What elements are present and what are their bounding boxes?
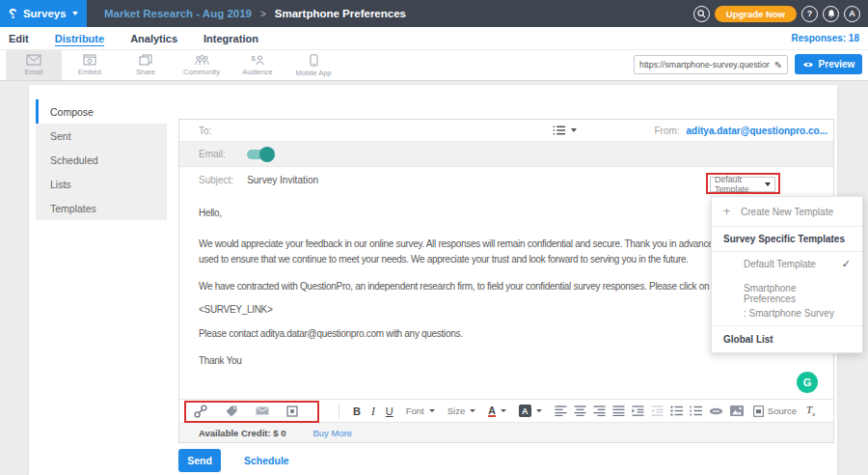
email-toggle-switch[interactable] [247,150,273,159]
list-icon [553,126,565,135]
survey-nav-tabs: Edit Distribute Analytics Integration Re… [0,27,868,50]
toolbar-divider [339,404,339,418]
survey-url-field[interactable]: https://smartphone-survey.questionpro ✎ [634,55,788,74]
decrease-indent-button[interactable] [651,405,664,416]
tab-analytics[interactable]: Analytics [130,33,177,44]
breadcrumb-folder[interactable]: Market Research - Aug 2019 [104,8,252,19]
toggle-knob [259,147,275,162]
chain-link-icon [194,405,207,418]
surveys-product-menu[interactable]: ? Surveys [0,0,87,27]
sidebar-item-compose[interactable]: Compose [36,99,167,124]
link-oval-icon [709,407,723,415]
upgrade-now-button[interactable]: Upgrade Now [715,6,797,22]
template-selector-dropdown[interactable]: Default Template [710,177,775,192]
insert-survey-link-button[interactable] [194,405,207,418]
channel-embed[interactable]: Embed [62,50,118,80]
justify-icon [612,405,625,416]
body-line: Thank You [199,353,814,369]
help-button[interactable]: ? [801,6,818,22]
edit-url-pencil-icon[interactable]: ✎ [770,60,787,70]
chevron-down-icon [571,128,577,132]
hyperlink-button[interactable] [709,407,723,415]
default-template-item[interactable]: Default Template ✓ [712,252,862,276]
mobile-phone-icon [310,54,318,67]
chevron-down-icon [536,409,542,412]
send-button[interactable]: Send [178,449,221,472]
from-email-address[interactable]: aditya.datar@questionpro.co... [687,126,827,136]
svg-text:$: $ [251,54,256,63]
smartphone-template-item[interactable]: Smartphone Preferences : Smartphone Surv… [712,276,862,325]
insert-tag-button[interactable] [225,405,238,417]
tag-icon [225,405,238,417]
channel-audience[interactable]: $ Audience [230,50,285,80]
questionpro-app: ? Surveys Market Research - Aug 2019 > S… [0,0,868,475]
channel-mobile-app[interactable]: Mobile App [285,50,341,80]
justify-button[interactable] [612,405,625,416]
text-color-icon: A [488,405,496,417]
bell-icon [827,9,836,19]
sidebar-item-sent[interactable]: Sent [36,124,167,148]
check-icon: ✓ [842,258,851,270]
account-avatar[interactable]: A [844,6,860,22]
buy-more-link[interactable]: Buy More [312,428,352,438]
numbered-list-button[interactable] [690,405,702,416]
survey-url-text: https://smartphone-survey.questionpro [635,60,770,70]
channel-email[interactable]: Email [6,50,62,80]
paid-audience-icon: $ [251,54,265,66]
top-header-bar: ? Surveys Market Research - Aug 2019 > S… [0,0,868,27]
product-label: Surveys [23,8,67,19]
email-toggle-row: Email: [179,142,833,167]
remove-format-button[interactable]: Tx [806,404,815,418]
tab-edit[interactable]: Edit [9,33,29,44]
italic-button[interactable]: I [371,405,375,417]
channel-community[interactable]: Community [174,50,230,80]
align-left-button[interactable] [555,405,567,416]
bold-button[interactable]: B [353,405,361,417]
create-new-template-item[interactable]: + Create New Template [712,197,862,227]
insert-image-button[interactable] [730,405,744,416]
indent-decrease-icon [651,405,664,416]
people-group-icon [195,54,209,66]
underline-button[interactable]: U [386,405,393,417]
source-button[interactable]: Source [753,405,797,417]
grammarly-badge[interactable]: G [797,372,818,393]
image-icon [730,405,744,416]
bullet-list-button[interactable] [670,405,683,416]
tab-distribute[interactable]: Distribute [55,33,104,44]
select-list-button[interactable] [553,126,577,135]
square-in-square-icon [286,405,298,417]
template-dropdown-menu: + Create New Template Survey Specific Te… [711,196,863,353]
subject-input[interactable]: Survey Invitation [247,175,318,185]
sidebar-item-scheduled[interactable]: Scheduled [36,148,167,172]
indent-increase-icon [632,405,644,416]
preview-button[interactable]: Preview [795,54,862,74]
schedule-link[interactable]: Schedule [244,455,289,466]
credit-bar: Available Credit: $ 0 Buy More [179,422,833,442]
unsubscribe-block-button[interactable] [286,405,298,417]
align-center-button[interactable] [574,405,586,416]
notifications-button[interactable] [823,6,839,22]
global-list-section[interactable]: Global List [712,325,862,352]
tab-integration[interactable]: Integration [203,33,258,44]
font-size-dropdown[interactable]: Size [448,405,475,416]
text-color-dropdown[interactable]: A [488,405,506,417]
font-family-dropdown[interactable]: Font [406,405,435,416]
to-field-row[interactable]: To: From: aditya.datar@questionpro.co... [179,120,833,142]
sidebar-item-lists[interactable]: Lists [36,172,167,196]
small-envelope-icon [256,406,269,415]
align-right-button[interactable] [593,405,606,416]
subject-label: Subject: [199,175,233,185]
source-doc-icon [753,405,764,417]
channel-share[interactable]: Share [118,50,174,80]
sidebar-item-templates[interactable]: Templates [36,196,167,220]
share-pages-icon [139,54,152,66]
chevron-down-icon [501,409,506,412]
plus-icon: + [723,205,730,218]
header-actions: Upgrade Now ? A [693,6,868,22]
increase-indent-button[interactable] [632,405,644,416]
editor-toolbar: B I U Font Size A A [179,399,833,422]
fill-color-dropdown[interactable]: A [519,405,542,417]
email-footer-button[interactable] [256,406,269,415]
breadcrumb-survey-name: Smartphone Preferences [275,8,406,19]
search-button[interactable] [693,6,710,22]
